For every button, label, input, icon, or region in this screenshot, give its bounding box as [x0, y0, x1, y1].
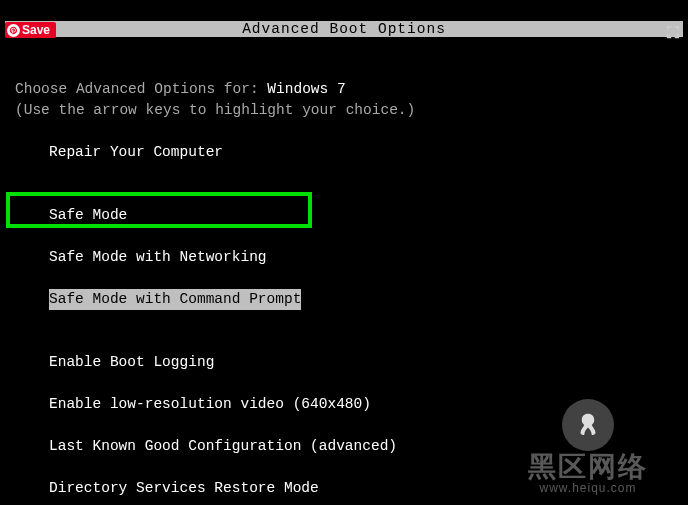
option-lkgc[interactable]: Last Known Good Configuration (advanced) — [15, 436, 680, 457]
option-repair[interactable]: Repair Your Computer — [15, 142, 680, 163]
pinterest-save-button[interactable]: Save — [5, 22, 56, 38]
os-name: Windows 7 — [267, 81, 345, 97]
option-boot-logging[interactable]: Enable Boot Logging — [15, 352, 680, 373]
save-button-label: Save — [22, 23, 50, 37]
window-title-bar: Advanced Boot Options — [5, 21, 683, 37]
pinterest-icon — [7, 24, 20, 37]
option-dsrm[interactable]: Directory Services Restore Mode — [15, 478, 680, 499]
boot-menu-content: Choose Advanced Options for: Windows 7 (… — [15, 58, 680, 505]
option-low-res[interactable]: Enable low-resolution video (640x480) — [15, 394, 680, 415]
option-safe-mode-networking[interactable]: Safe Mode with Networking — [15, 247, 680, 268]
option-safe-mode-cmd[interactable]: Safe Mode with Command Prompt — [15, 289, 680, 310]
option-safe-mode-cmd-selected: Safe Mode with Command Prompt — [49, 289, 301, 310]
window-title: Advanced Boot Options — [242, 21, 446, 37]
choose-label: Choose Advanced Options for: — [15, 81, 267, 97]
hint-text: (Use the arrow keys to highlight your ch… — [15, 102, 415, 118]
option-safe-mode[interactable]: Safe Mode — [15, 205, 680, 226]
expand-icon[interactable] — [666, 25, 680, 39]
